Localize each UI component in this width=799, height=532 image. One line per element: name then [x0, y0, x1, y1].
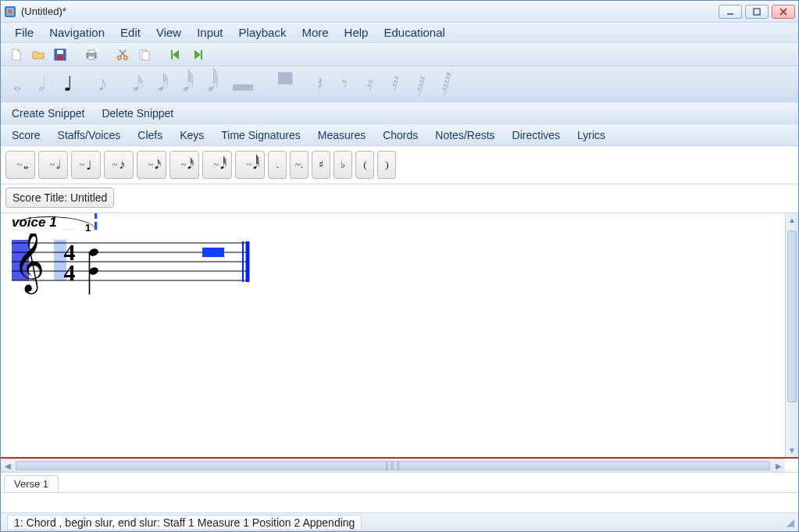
svg-rect-4 [754, 9, 760, 15]
scroll-right-icon[interactable]: ▶ [772, 459, 785, 472]
svg-rect-9 [57, 55, 63, 59]
entry-sixteenth-note[interactable]: ~𝅘𝅥𝅯 [137, 151, 166, 179]
entry-64th-note[interactable]: ~𝅘𝅥𝅱 [202, 151, 232, 179]
title-bar: (Untitled)* [1, 1, 798, 23]
menu-help[interactable]: Help [338, 23, 375, 41]
quarter-note-icon[interactable]: ♩ [63, 72, 73, 96]
menu-bar: File Navigation Edit View Input Playback… [1, 23, 798, 43]
entry-sharp[interactable]: ♯ [312, 151, 330, 179]
entry-32nd-note[interactable]: ~𝅘𝅥𝅰 [169, 151, 199, 179]
menu-navigation[interactable]: Navigation [43, 23, 111, 41]
app-icon [4, 5, 16, 18]
entry-tilde-dot[interactable]: ~. [290, 151, 309, 179]
entry-eighth-note[interactable]: ~♪ [104, 151, 134, 179]
vertical-scrollbar[interactable]: ▲ ▼ [785, 213, 798, 457]
entry-whole-note[interactable]: ~𝅝 [5, 151, 35, 179]
cut-button[interactable] [113, 45, 132, 64]
scroll-left-icon[interactable]: ◀ [1, 459, 14, 472]
measure-number: 1 [85, 222, 91, 234]
entry-128th-note[interactable]: ~𝅘𝅥𝅲 [235, 151, 265, 179]
object-clefs[interactable]: Clefs [134, 127, 166, 144]
object-measures[interactable]: Measures [315, 127, 369, 144]
entry-quarter-note[interactable]: ~♩ [71, 151, 101, 179]
svg-rect-12 [88, 56, 95, 59]
entry-paren-close[interactable]: ) [377, 151, 396, 179]
copy-button[interactable] [135, 45, 154, 64]
svg-text:𝄞: 𝄞 [13, 234, 45, 295]
entry-paren-open[interactable]: ( [355, 151, 374, 179]
note-duration-palette: 𝅝 𝅗𝅥 ♩ ♪ 𝅘𝅥𝅯 𝅘𝅥𝅰 𝅘𝅥𝅱 𝅘𝅥𝅲 ▬ ▀ 𝄽 𝄾 𝄿 𝅀 𝅁 𝅂 [1, 66, 798, 102]
delete-snippet-button[interactable]: Delete Snippet [98, 105, 177, 122]
time-sig-den: 4 [64, 259, 76, 285]
scroll-down-icon[interactable]: ▼ [786, 444, 798, 457]
toolbar [1, 43, 798, 66]
entry-buttons-row: ~𝅝 ~𝅗𝅥 ~♩ ~♪ ~𝅘𝅥𝅯 ~𝅘𝅥𝅰 ~𝅘𝅥𝅱 ~𝅘𝅥𝅲 . ~. ♯ … [1, 146, 798, 184]
object-staffs-voices[interactable]: Staffs/Voices [55, 127, 124, 144]
object-chords[interactable]: Chords [380, 127, 421, 144]
score-area: voice 1 ¦ 1 𝄞 4 4 [1, 213, 798, 472]
save-button[interactable] [51, 45, 70, 64]
svg-rect-11 [88, 50, 95, 53]
status-text: 1: Chord , begin slur, end slur: Staff 1… [7, 515, 362, 530]
object-directives[interactable]: Directives [509, 127, 563, 144]
create-snippet-button[interactable]: Create Snippet [9, 105, 87, 122]
object-time-signatures[interactable]: Time Signatures [218, 127, 303, 144]
svg-line-16 [119, 50, 125, 56]
menu-input[interactable]: Input [191, 23, 229, 41]
svg-rect-8 [57, 50, 63, 54]
minimize-button[interactable] [719, 5, 742, 19]
cursor-caret-icon: ¦ [93, 213, 98, 224]
verse-tab-1[interactable]: Verse 1 [4, 475, 59, 492]
eighth-note-icon[interactable]: ♪ [98, 72, 108, 96]
entry-flat[interactable]: ♭ [334, 151, 352, 179]
half-rest-icon[interactable]: ▀ [278, 72, 292, 96]
svg-rect-20 [201, 50, 202, 59]
object-lyrics[interactable]: Lyrics [574, 127, 608, 144]
menu-file[interactable]: File [9, 23, 40, 41]
staff-svg: 𝄞 4 4 [12, 234, 262, 304]
horizontal-scroll-thumb[interactable]: ║║║ [16, 461, 770, 470]
snippet-bar: Create Snippet Delete Snippet [1, 102, 798, 124]
verse-content[interactable] [1, 492, 798, 512]
score-title-button[interactable]: Score Title: Untitled [5, 187, 114, 208]
resize-grip-icon[interactable]: ◢ [787, 516, 792, 528]
svg-rect-19 [171, 50, 173, 59]
entry-dot[interactable]: . [268, 151, 287, 179]
open-file-button[interactable] [29, 45, 48, 64]
whole-rest-icon[interactable]: ▬ [233, 72, 253, 96]
menu-playback[interactable]: Playback [233, 23, 293, 41]
score-title-row: Score Title: Untitled [1, 184, 798, 213]
horizontal-scrollbar[interactable]: ◀ ║║║ ▶ [1, 459, 785, 472]
menu-view[interactable]: View [150, 23, 187, 41]
scroll-up-icon[interactable]: ▲ [786, 213, 798, 227]
new-file-button[interactable] [7, 45, 26, 64]
print-button[interactable] [82, 45, 101, 64]
menu-educational[interactable]: Educational [377, 23, 451, 41]
verse-tabs: Verse 1 [1, 472, 798, 492]
menu-more[interactable]: More [295, 23, 334, 41]
svg-point-2 [8, 9, 12, 14]
close-button[interactable] [772, 5, 795, 19]
menu-edit[interactable]: Edit [114, 23, 147, 41]
maximize-button[interactable] [745, 5, 769, 19]
go-start-button[interactable] [166, 45, 185, 64]
object-bar: Score Staffs/Voices Clefs Keys Time Sign… [1, 124, 798, 146]
object-score[interactable]: Score [9, 127, 44, 144]
svg-rect-18 [142, 52, 149, 60]
go-end-button[interactable] [188, 45, 207, 64]
svg-line-15 [120, 50, 126, 56]
object-keys[interactable]: Keys [177, 127, 207, 144]
voice-label: voice 1 [12, 215, 57, 230]
object-notes-rests[interactable]: Notes/Rests [432, 127, 498, 144]
svg-rect-34 [202, 248, 224, 257]
window-title: (Untitled)* [21, 5, 719, 17]
score-canvas[interactable]: voice 1 ¦ 1 𝄞 4 4 [1, 213, 798, 457]
status-bar: 1: Chord , begin slur, end slur: Staff 1… [1, 512, 798, 531]
entry-half-note[interactable]: ~𝅗𝅥 [38, 151, 68, 179]
vertical-scroll-thumb[interactable] [787, 230, 797, 402]
